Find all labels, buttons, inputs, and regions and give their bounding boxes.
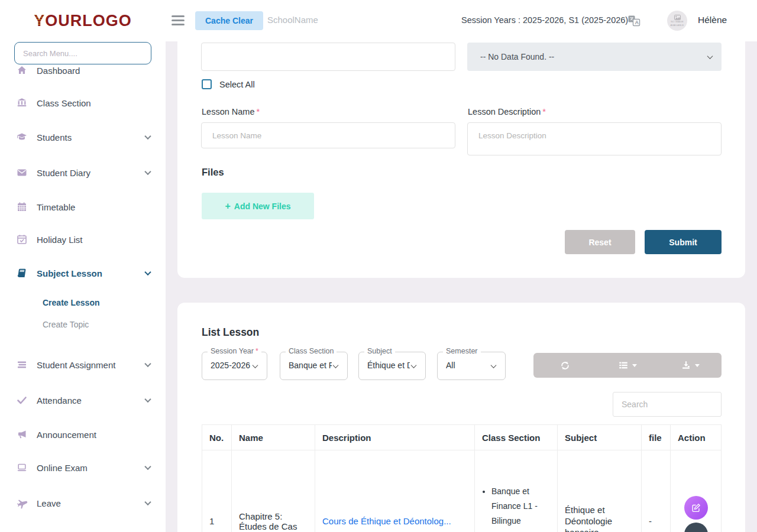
files-heading: Files — [202, 167, 224, 178]
sidebar-item-label: Subject Lesson — [37, 268, 102, 278]
col-action: Action — [671, 425, 722, 450]
lessons-table: No. Name Description Class Section Subje… — [202, 424, 722, 532]
cache-clear-button[interactable]: Cache Clear — [195, 11, 263, 30]
col-subject: Subject — [558, 425, 642, 450]
translate-icon[interactable]: A — [627, 14, 640, 30]
chevron-down-icon — [333, 362, 339, 368]
semester-filter[interactable]: Semester All — [437, 352, 506, 380]
table-search-input[interactable] — [613, 392, 722, 417]
table-toolbar — [533, 353, 722, 378]
edit-icon — [691, 502, 701, 513]
sidebar-item-student-assignment[interactable]: Student Assignment — [0, 353, 166, 377]
list-lesson-panel: List Lesson Session Year* 2025-2026 Clas… — [177, 303, 745, 532]
avatar[interactable]: NO IMAGEAVAILABLE — [667, 11, 687, 31]
select-all-row[interactable]: Select All — [202, 79, 255, 89]
calendar-icon — [15, 201, 28, 213]
chevron-down-icon — [253, 362, 258, 368]
sidebar-item-label: Student Assignment — [37, 360, 115, 370]
class-section-filter[interactable]: Class Section Banque et F — [280, 352, 348, 380]
class-section-item: Banque et Finance L1 - Bilingue (FR/EN) — [491, 484, 550, 532]
cell-subject: Éthique et Déontologie bancaire - — [558, 450, 642, 532]
home-icon — [15, 64, 28, 76]
sidebar-item-label: Leave — [37, 498, 61, 508]
lesson-name-label: Lesson Name* — [202, 107, 260, 116]
plus-icon: + — [225, 201, 230, 211]
download-icon — [681, 360, 691, 371]
sidebar-item-label: Timetable — [37, 202, 75, 212]
sidebar-subitem-create-lesson[interactable]: Create Lesson — [43, 296, 99, 310]
subject-filter[interactable]: Subject Éthique et D — [358, 352, 426, 380]
description-link[interactable]: Cours de Éthique et Déontolog... — [322, 516, 451, 526]
submit-button[interactable]: Submit — [645, 230, 722, 254]
sidebar-item-label: Attendance — [37, 395, 82, 406]
book-icon — [15, 267, 28, 279]
columns-icon — [618, 360, 629, 371]
svg-text:A: A — [635, 20, 639, 25]
sidebar-item-leave[interactable]: Leave — [0, 491, 166, 515]
school-name: SchoolName — [267, 15, 318, 25]
chevron-down-icon — [144, 361, 151, 367]
sidebar-item-student-diary[interactable]: Student Diary — [0, 161, 166, 184]
sidebar-item-label: Announcement — [37, 430, 96, 440]
col-no: No. — [202, 425, 232, 450]
calendar-check-icon — [15, 233, 28, 245]
cell-name: Chapitre 5: Études de Cas — [232, 450, 315, 532]
no-data-select[interactable]: -- No Data Found. -- — [467, 43, 722, 71]
sidebar-item-class-section[interactable]: Class Section — [0, 91, 166, 115]
sidebar-item-timetable[interactable]: Timetable — [0, 195, 166, 219]
sidebar-item-label: Online Exam — [37, 463, 88, 473]
cell-description: Cours de Éthique et Déontolog... — [315, 450, 475, 532]
table-row: 1 Chapitre 5: Études de Cas Cours de Éth… — [202, 450, 722, 532]
select-all-checkbox[interactable] — [202, 79, 212, 89]
table-header-row: No. Name Description Class Section Subje… — [202, 425, 722, 450]
user-name: Hélène — [698, 15, 727, 25]
chevron-down-icon — [144, 499, 151, 505]
sidebar-item-label: Class Section — [37, 98, 91, 108]
refresh-icon — [559, 360, 571, 371]
chevron-down-icon — [144, 396, 151, 403]
lesson-description-label: Lesson Description* — [468, 107, 546, 116]
caret-down-icon — [695, 364, 700, 367]
sidebar-item-label: Student Diary — [37, 168, 90, 178]
hamburger-icon[interactable] — [172, 15, 185, 28]
col-class-section: Class Section — [475, 425, 558, 450]
sidebar-item-label: Students — [37, 132, 72, 142]
chevron-down-icon — [144, 269, 151, 275]
sidebar-item-holiday-list[interactable]: Holiday List — [0, 228, 166, 251]
sidebar-item-subject-lesson[interactable]: Subject Lesson — [0, 261, 166, 285]
more-action-button[interactable] — [684, 523, 708, 532]
chevron-down-icon — [144, 463, 151, 470]
sidebar-item-online-exam[interactable]: Online Exam — [0, 456, 166, 479]
laptop-icon — [15, 462, 28, 473]
lesson-description-input[interactable] — [467, 122, 722, 155]
session-years-text: Session Years : 2025-2026, S1 (2025-2026… — [461, 15, 628, 25]
chevron-down-icon — [144, 168, 151, 175]
session-year-filter[interactable]: Session Year* 2025-2026 — [202, 352, 267, 380]
sidebar-search-input[interactable] — [14, 42, 151, 64]
sidebar-item-attendance[interactable]: Attendance — [0, 388, 166, 412]
logo: YOURLOGO — [0, 12, 166, 30]
sidebar-subitem-create-topic[interactable]: Create Topic — [43, 317, 89, 332]
plane-icon — [15, 497, 28, 509]
create-lesson-form-panel: -- No Data Found. -- Select All Lesson N… — [177, 41, 745, 278]
envelope-icon — [15, 167, 28, 179]
refresh-button[interactable] — [533, 353, 596, 378]
reset-button[interactable]: Reset — [565, 230, 635, 254]
cell-class-section: Banque et Finance L1 - Bilingue (FR/EN) … — [475, 450, 558, 532]
multiselect-input[interactable] — [201, 43, 455, 71]
add-new-files-button[interactable]: +Add New Files — [202, 193, 314, 219]
list-lesson-title: List Lesson — [202, 326, 259, 339]
chevron-down-icon — [144, 133, 151, 140]
cell-action — [671, 450, 722, 532]
sidebar-item-announcement[interactable]: Announcement — [0, 423, 166, 446]
columns-button[interactable] — [596, 353, 659, 378]
lesson-name-input[interactable] — [201, 122, 455, 148]
cell-no: 1 — [202, 450, 232, 532]
edit-button[interactable] — [684, 496, 708, 520]
check-icon — [15, 394, 28, 406]
cell-file: - — [642, 450, 671, 532]
sidebar-item-students[interactable]: Students — [0, 125, 166, 149]
export-button[interactable] — [659, 353, 722, 378]
col-description: Description — [315, 425, 475, 450]
list-icon — [15, 359, 28, 371]
